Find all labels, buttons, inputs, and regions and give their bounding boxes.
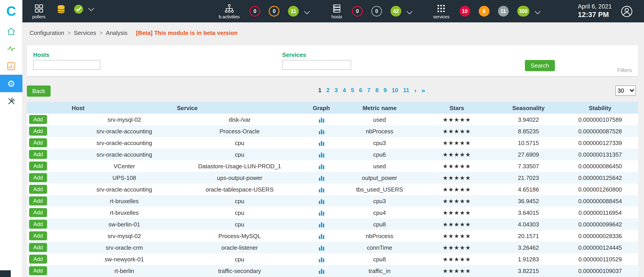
column-header-graph: Graph [302,102,340,114]
services-ok-badge[interactable]: 300 [517,6,529,16]
graph-icon[interactable] [318,257,324,263]
chevron-down-icon[interactable] [535,8,540,14]
hosts-unreachable-badge[interactable]: 0 [371,6,382,16]
host-cell: VCenter [72,160,177,172]
back-button[interactable]: Back [27,85,50,97]
graph-icon[interactable] [318,233,324,240]
metric-cell: cpu4 [340,207,419,218]
sidebar-item-configuration[interactable]: ⚙ [0,75,22,92]
sidebar-item-reporting[interactable] [0,57,22,75]
add-button[interactable]: Add [29,243,47,252]
host-cell: sw-berlin-01 [72,218,177,230]
add-button[interactable]: Add [29,115,47,124]
column-header-seasonality: Seasonality [495,102,562,114]
graph-icon[interactable] [318,198,324,205]
sidebar-item-monitoring[interactable] [0,40,22,57]
column-header-service: Service [177,102,302,114]
hosts-icon [332,3,342,13]
graph-icon[interactable] [318,245,324,251]
pagination-page-link[interactable]: 10 [392,87,398,93]
graph-icon[interactable] [318,140,324,146]
metric-cell: cpu6 [340,149,419,160]
current-time: 12:37 PM [578,10,612,19]
user-menu[interactable] [621,5,633,17]
ba-critical-badge[interactable]: 0 [250,6,260,16]
add-button[interactable]: Add [29,185,47,194]
add-button[interactable]: Add [29,231,47,240]
pagination-page-link[interactable]: 4 [342,87,346,93]
pagination-page-link[interactable]: 9 [384,87,387,93]
search-button[interactable]: Search [525,60,555,71]
add-button[interactable]: Add [29,208,47,217]
add-button[interactable]: Add [29,255,47,264]
services-warning-badge[interactable]: 8 [479,6,490,16]
table-row: Add rt-bruxelles cpu [27,207,638,218]
pagination-page-link[interactable]: 6 [359,87,362,93]
pagination-page-link[interactable]: 8 [375,87,378,93]
add-button[interactable]: Add [29,150,47,159]
pagination-last-icon[interactable]: » [422,87,425,93]
graph-icon[interactable] [318,210,324,216]
page-size-select[interactable]: 30 [615,85,636,96]
breadcrumb-item-analysis[interactable]: Analysis [106,29,128,36]
hosts-up-badge[interactable]: 42 [390,6,401,16]
services-critical-badge[interactable]: 10 [460,6,470,16]
pagination-page-link[interactable]: 7 [367,87,370,93]
chevron-down-icon[interactable] [304,8,310,14]
graph-icon[interactable] [318,117,324,123]
graph-icon[interactable] [318,187,324,193]
table-row: Add rt-berlin traffic-secondary [27,265,638,277]
add-button[interactable]: Add [29,138,47,147]
database-status-button[interactable] [56,4,66,14]
services-menu[interactable]: services [433,3,450,19]
host-cell: srv-oracle-accounting [72,137,177,149]
ba-warning-badge[interactable]: 0 [269,6,280,16]
seasonality-cell: 3.64015 [495,207,562,218]
services-filter-input[interactable] [282,60,351,70]
stability-cell: 0.000000127339 [562,137,638,149]
pagination-current-page[interactable]: 1 [318,87,321,93]
pagination-page-link[interactable]: 5 [351,87,354,93]
pagination-page-link[interactable]: 11 [403,87,409,93]
ba-menu[interactable]: b.activities [219,3,240,19]
ba-ok-badge[interactable]: 11 [288,6,299,16]
graph-icon[interactable] [318,163,324,170]
hosts-menu[interactable]: hosts [332,3,342,19]
service-cell: Process-Oracle [177,125,302,137]
add-button[interactable]: Add [29,266,47,275]
graph-icon[interactable] [318,128,324,135]
breadcrumb-item-services[interactable]: Services [74,29,96,36]
sidebar-collapse-button[interactable] [0,270,11,277]
sidebar-item-home[interactable] [0,22,22,40]
sidebar-item-administration[interactable] [0,92,22,110]
graph-cell [302,160,340,172]
pollers-menu[interactable]: pollers [32,3,46,19]
stability-cell: 0.000000109037 [562,265,638,277]
add-button[interactable]: Add [29,162,47,171]
hosts-status-group: hosts 0 0 42 [332,3,412,19]
hosts-down-badge[interactable]: 0 [352,6,363,16]
platform-ok-button[interactable] [74,4,84,14]
database-icon [56,4,66,14]
breadcrumb-item-configuration[interactable]: Configuration [30,29,64,36]
graph-icon[interactable] [318,152,324,158]
graph-icon[interactable] [318,268,324,274]
add-button[interactable]: Add [29,127,47,136]
filters-toggle[interactable]: Filters [617,67,632,73]
host-cell: UPS-108 [72,172,177,184]
pagination-next-icon[interactable]: › [414,87,416,93]
add-button[interactable]: Add [29,197,47,205]
add-button[interactable]: Add [29,220,47,229]
graph-icon[interactable] [318,175,324,181]
pagination-page-link[interactable]: 2 [326,87,330,93]
centreon-logo[interactable]: C [0,0,22,22]
table-row: Add srv-oracle-accounting cpu [27,149,638,160]
add-button[interactable]: Add [29,173,47,182]
chevron-down-icon[interactable] [88,5,94,11]
hosts-filter-input[interactable] [33,60,100,70]
services-unknown-badge[interactable]: 11 [498,6,509,16]
graph-icon[interactable] [318,222,324,228]
graph-cell [302,172,340,184]
chevron-down-icon[interactable] [407,8,412,14]
pagination-page-link[interactable]: 3 [334,87,338,93]
